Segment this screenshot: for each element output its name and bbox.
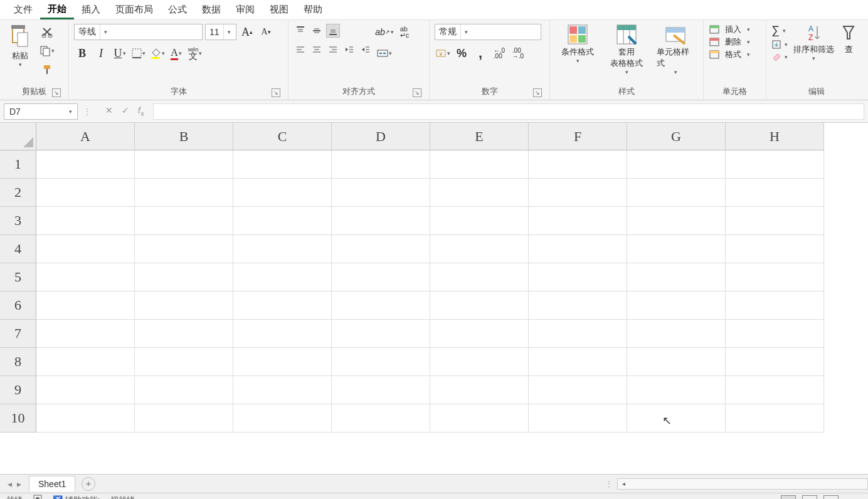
font-color-button[interactable]: A▾ — [168, 45, 184, 61]
accessibility-status[interactable]: ♿ 辅助功能: 一切就绪 — [53, 495, 135, 500]
delete-cells-button[interactable]: 删除▾ — [709, 36, 761, 48]
view-page-layout-button[interactable] — [802, 495, 817, 500]
menu-view[interactable]: 视图 — [262, 1, 296, 18]
prev-sheet-button[interactable]: ◂ — [8, 479, 12, 489]
col-header[interactable]: D — [332, 123, 430, 150]
horizontal-scrollbar[interactable]: ◂ — [617, 478, 868, 490]
menu-review[interactable]: 审阅 — [228, 1, 262, 18]
align-left-button[interactable] — [294, 43, 307, 56]
dialog-launcher-icon[interactable]: ↘ — [533, 88, 542, 97]
decrease-decimal-button[interactable]: .00→.0 — [510, 45, 526, 61]
underline-button[interactable]: U▾ — [112, 45, 128, 61]
align-bottom-button[interactable] — [326, 24, 340, 38]
formula-input[interactable] — [153, 103, 864, 120]
col-header[interactable]: H — [726, 123, 824, 150]
font-size-combo[interactable]: 11▾ — [205, 24, 236, 40]
row-header[interactable]: 8 — [0, 348, 36, 376]
autosum-button[interactable]: ∑▾ — [771, 24, 788, 37]
menu-formulas[interactable]: 公式 — [161, 1, 194, 18]
menu-data[interactable]: 数据 — [194, 1, 228, 18]
align-right-button[interactable] — [326, 43, 340, 56]
view-page-break-button[interactable] — [823, 495, 839, 500]
align-top-button[interactable] — [294, 24, 307, 38]
col-header[interactable]: B — [135, 123, 233, 150]
format-painter-button[interactable] — [39, 61, 55, 78]
macro-record-icon[interactable] — [33, 494, 43, 499]
group-alignment: ab↗▾ ▾ ab↵c 对齐方式↘ — [288, 20, 430, 100]
comma-button[interactable]: , — [472, 45, 489, 61]
copy-button[interactable]: ▾ — [39, 43, 55, 59]
add-sheet-button[interactable]: ＋ — [82, 477, 95, 491]
sheet-tab[interactable]: Sheet1 — [29, 476, 75, 491]
separator-icon: ⋮ — [605, 479, 613, 489]
col-header[interactable]: A — [36, 123, 135, 150]
menu-file[interactable]: 文件 — [6, 1, 40, 18]
align-middle-button[interactable] — [310, 24, 324, 38]
dialog-launcher-icon[interactable]: ↘ — [272, 88, 280, 97]
group-cells: 插入▾ 删除▾ 格式▾ 单元格 — [704, 20, 766, 100]
table-format-button[interactable]: 套用 表格格式▾ — [608, 24, 645, 75]
accounting-button[interactable]: ¥▾ — [435, 45, 451, 61]
increase-indent-button[interactable] — [359, 43, 373, 56]
group-editing: ∑▾ ▾ ▾ AZ 排序和筛选▾ 查 编辑 — [766, 20, 867, 100]
sort-filter-button[interactable]: AZ 排序和筛选▾ — [791, 24, 835, 61]
phonetic-button[interactable]: wén文▾ — [187, 45, 203, 61]
row-header[interactable]: 6 — [0, 292, 36, 320]
menu-insert[interactable]: 插入 — [74, 1, 108, 18]
number-format-combo[interactable]: 常规▾ — [435, 24, 541, 40]
row-header[interactable]: 2 — [0, 179, 36, 207]
row-header[interactable]: 9 — [0, 376, 36, 404]
decrease-indent-button[interactable] — [342, 43, 356, 56]
decrease-font-button[interactable]: A▾ — [258, 24, 274, 40]
merge-button[interactable]: ▾ — [376, 45, 393, 61]
chevron-down-icon[interactable]: ▾ — [69, 108, 72, 115]
borders-button[interactable]: ▾ — [130, 45, 147, 61]
font-name-combo[interactable]: 等线▾ — [74, 24, 203, 40]
find-button[interactable]: 查 — [839, 24, 858, 55]
col-header[interactable]: C — [233, 123, 332, 150]
view-normal-button[interactable] — [781, 495, 796, 500]
col-header[interactable]: G — [627, 123, 726, 150]
cell-styles-button[interactable]: 单元格样式▾ — [657, 24, 694, 75]
percent-button[interactable]: % — [453, 45, 470, 61]
menu-page-layout[interactable]: 页面布局 — [108, 1, 161, 18]
italic-button[interactable]: I — [93, 45, 109, 61]
orientation-button[interactable]: ab↗▾ — [376, 24, 393, 40]
increase-decimal-button[interactable]: ←.0.00 — [491, 45, 507, 61]
name-box[interactable]: D7 ▾ — [4, 103, 78, 120]
menu-home[interactable]: 开始 — [40, 1, 74, 19]
menu-help[interactable]: 帮助 — [296, 1, 330, 18]
paste-button[interactable]: 粘贴 ▾ — [5, 24, 35, 68]
row-header[interactable]: 5 — [0, 263, 36, 292]
wrap-text-button[interactable]: ab↵c — [396, 24, 413, 40]
svg-rect-6 — [43, 48, 50, 56]
zoom-out-button[interactable]: − — [855, 493, 862, 499]
row-header[interactable]: 4 — [0, 235, 36, 263]
increase-font-button[interactable]: A▴ — [239, 24, 255, 40]
cut-button[interactable] — [39, 24, 55, 40]
row-header[interactable]: 3 — [0, 207, 36, 235]
dialog-launcher-icon[interactable]: ↘ — [413, 88, 421, 97]
align-center-button[interactable] — [310, 43, 324, 56]
cancel-formula-button[interactable]: ✕ — [105, 105, 113, 117]
fill-color-button[interactable]: ▾ — [149, 45, 166, 61]
insert-cells-button[interactable]: 插入▾ — [709, 24, 761, 35]
row-header[interactable]: 7 — [0, 320, 36, 348]
bold-button[interactable]: B — [74, 45, 90, 61]
formula-bar: D7 ▾ ⋮ ✕ ✓ fx — [0, 100, 868, 123]
format-cells-button[interactable]: 格式▾ — [709, 49, 761, 60]
group-number: 常规▾ ¥▾ % , ←.0.00 .00→.0 数字↘ — [430, 20, 550, 100]
fill-button[interactable]: ▾ — [771, 39, 788, 50]
accept-formula-button[interactable]: ✓ — [122, 105, 129, 117]
row-header[interactable]: 10 — [0, 404, 36, 433]
col-header[interactable]: F — [529, 123, 627, 150]
cells-area[interactable] — [36, 150, 868, 433]
next-sheet-button[interactable]: ▸ — [17, 479, 21, 489]
conditional-format-button[interactable]: 条件格式▾ — [559, 24, 596, 64]
clear-button[interactable]: ▾ — [771, 52, 788, 62]
col-header[interactable]: E — [430, 123, 529, 150]
row-header[interactable]: 1 — [0, 150, 36, 179]
select-all-corner[interactable] — [0, 123, 36, 150]
fx-button[interactable]: fx — [138, 105, 144, 117]
dialog-launcher-icon[interactable]: ↘ — [52, 88, 61, 97]
